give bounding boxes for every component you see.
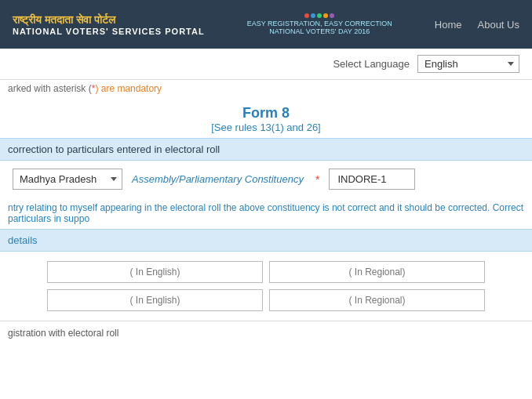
constituency-value: INDORE-1: [329, 169, 415, 190]
correction-label: correction to particulars entered in ele…: [8, 143, 220, 155]
state-select[interactable]: Madhya Pradesh: [13, 169, 122, 190]
state-select-wrapper: Madhya Pradesh: [13, 169, 122, 190]
colorful-dots: [304, 13, 334, 18]
english-title: NATIONAL VOTERS' SERVICES PORTAL: [13, 27, 205, 36]
header-nav: Home About Us: [435, 19, 519, 31]
field-regional-2[interactable]: [269, 289, 485, 311]
mandatory-note: arked with asterisk (*) are mandatory: [0, 80, 532, 97]
mandatory-prefix: arked with asterisk (: [8, 83, 92, 94]
field-regional-1[interactable]: [269, 261, 485, 283]
dot-orange: [323, 13, 328, 18]
form-title: Form 8: [0, 105, 532, 122]
constituency-label: Assembly/Parliamentary Constituency: [132, 173, 304, 185]
language-select[interactable]: English Hindi: [417, 55, 519, 73]
dot-red: [304, 13, 309, 18]
hindi-title: राष्ट्रीय मतदाता सेवा पोर्टल: [13, 13, 205, 27]
badge-text: EASY REGISTRATION, EASY CORRECTION: [247, 20, 392, 27]
voters-day-text: NATIONAL VOTERS' DAY 2016: [269, 27, 370, 35]
info-text: ntry relating to myself appearing in the…: [0, 198, 532, 229]
constituency-row: Madhya Pradesh Assembly/Parliamentary Co…: [0, 161, 532, 198]
mandatory-suffix: ) are mandatory: [95, 83, 162, 94]
registration-label: gistration with electoral roll: [8, 328, 118, 339]
header: राष्ट्रीय मतदाता सेवा पोर्टल NATIONAL VO…: [0, 0, 532, 49]
details-header: details: [0, 229, 532, 252]
correction-section-header: correction to particulars entered in ele…: [0, 138, 532, 161]
details-label: details: [8, 234, 38, 246]
language-bar: Select Language English Hindi: [0, 49, 532, 80]
language-label: Select Language: [333, 58, 410, 70]
dot-blue: [311, 13, 315, 18]
field-english-1[interactable]: [47, 261, 263, 283]
header-left: राष्ट्रीय मतदाता सेवा पोर्टल NATIONAL VO…: [13, 13, 205, 36]
form-subtitle: [See rules 13(1) and 26]: [0, 122, 532, 133]
required-star: *: [315, 173, 319, 186]
form-title-section: Form 8 [See rules 13(1) and 26]: [0, 97, 532, 138]
dot-purple: [330, 13, 334, 18]
portal-logo: राष्ट्रीय मतदाता सेवा पोर्टल NATIONAL VO…: [13, 13, 205, 36]
registration-section: gistration with electoral roll: [0, 321, 532, 345]
header-badge: EASY REGISTRATION, EASY CORRECTION NATIO…: [247, 13, 392, 35]
dot-green: [317, 13, 322, 18]
fields-grid: [0, 252, 532, 321]
nav-about[interactable]: About Us: [478, 19, 519, 31]
field-english-2[interactable]: [47, 289, 263, 311]
nav-home[interactable]: Home: [435, 19, 462, 31]
